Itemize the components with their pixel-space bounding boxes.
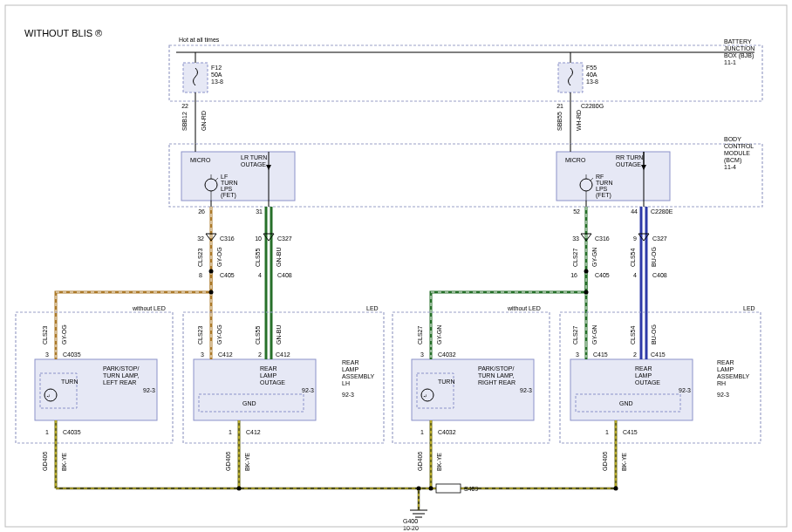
svg-text:G400: G400	[403, 518, 418, 524]
svg-text:92-3: 92-3	[717, 392, 729, 398]
svg-text:C415: C415	[623, 429, 638, 435]
svg-text:C316: C316	[220, 235, 235, 242]
svg-text:2: 2	[258, 351, 262, 358]
svg-text:F12: F12	[211, 65, 222, 71]
pin-31: 31	[256, 208, 263, 215]
wiring-diagram: WITHOUT BLIS ® Hot at all times BATTERY …	[0, 0, 792, 532]
svg-text:C412: C412	[246, 429, 261, 435]
svg-text:C327: C327	[652, 235, 667, 242]
svg-text:S409: S409	[464, 486, 478, 492]
svg-point-20	[209, 290, 214, 295]
svg-text:without LED: without LED	[132, 305, 166, 311]
pin-22: 22	[181, 103, 188, 109]
svg-text:33: 33	[572, 235, 579, 242]
bcm-title1: BODY	[724, 136, 741, 142]
svg-text:GD406: GD406	[602, 452, 608, 471]
ground-bus: S409 G400 10-20	[56, 484, 618, 531]
svg-text:CLS23: CLS23	[197, 248, 203, 267]
conn-c2280g: C2280G	[581, 103, 604, 109]
svg-text:TURN: TURN	[438, 379, 454, 385]
fuse-f12: F12 50A 13-8	[183, 52, 223, 101]
svg-text:CLS27: CLS27	[572, 248, 578, 267]
svg-text:BU-OG: BU-OG	[651, 324, 657, 344]
svg-text:16: 16	[570, 272, 577, 278]
svg-text:C412: C412	[276, 351, 290, 358]
svg-text:BK-YE: BK-YE	[244, 453, 250, 471]
wire-sbb55-color: WH-RD	[576, 110, 582, 131]
svg-text:CLS54: CLS54	[630, 248, 636, 267]
svg-text:11-4: 11-4	[724, 164, 736, 170]
svg-text:32: 32	[197, 235, 204, 242]
lr-turn-outage: LR TURNOUTAGE	[241, 154, 267, 167]
pin-26: 26	[198, 208, 205, 215]
svg-text:GN-BU: GN-BU	[276, 247, 282, 267]
svg-text:40A: 40A	[586, 72, 597, 78]
svg-text:GY-OG: GY-OG	[216, 247, 222, 267]
svg-rect-4	[558, 63, 583, 92]
svg-text:3: 3	[420, 351, 424, 358]
svg-text:C408: C408	[652, 272, 667, 278]
diagram-title: WITHOUT BLIS ®	[24, 28, 102, 38]
svg-text:4: 4	[633, 272, 637, 278]
svg-text:C316: C316	[595, 235, 610, 242]
svg-rect-118	[436, 484, 461, 493]
svg-text:C4035: C4035	[63, 429, 81, 435]
svg-text:2: 2	[633, 351, 637, 358]
svg-text:PARK/STOP/TURN LAMP,RIGHT REAR: PARK/STOP/TURN LAMP,RIGHT REAR	[478, 365, 515, 385]
svg-text:C327: C327	[277, 235, 292, 242]
conn-c2280e: C2280E	[651, 208, 673, 215]
bjb-ref: 11-1	[724, 59, 736, 65]
wire-sbb12: SBB12	[181, 112, 188, 131]
svg-text:13-8: 13-8	[211, 78, 223, 85]
svg-text:RR TURNOUTAGE: RR TURNOUTAGE	[616, 154, 643, 167]
bjb-title2: JUNCTION	[724, 45, 754, 51]
svg-text:CLS23: CLS23	[197, 325, 203, 344]
svg-text:C405: C405	[595, 272, 610, 278]
wire-sbb12-color: GN-RD	[201, 111, 207, 131]
svg-text:GY-GN: GY-GN	[591, 325, 597, 344]
svg-text:GY-OG: GY-OG	[61, 324, 67, 344]
svg-text:BK-YE: BK-YE	[621, 453, 627, 471]
wire-cls27-main	[431, 207, 589, 344]
svg-text:CLS54: CLS54	[630, 325, 636, 344]
wire-cls55	[266, 207, 271, 344]
svg-text:CLS55: CLS55	[255, 325, 261, 344]
svg-text:C4032: C4032	[438, 351, 456, 358]
svg-point-34	[584, 290, 589, 295]
svg-text:BK-YE: BK-YE	[61, 453, 67, 471]
svg-text:GY-GN: GY-GN	[436, 325, 442, 344]
svg-text:(BCM): (BCM)	[724, 157, 741, 164]
svg-text:50A: 50A	[211, 72, 222, 78]
svg-text:3: 3	[45, 351, 49, 358]
svg-text:without LED: without LED	[507, 305, 541, 311]
svg-text:REARLAMPASSEMBLYLH: REARLAMPASSEMBLYLH	[342, 359, 375, 386]
svg-text:GY-OG: GY-OG	[216, 324, 222, 344]
svg-text:⤾: ⤾	[46, 393, 51, 399]
svg-text:92-3: 92-3	[143, 387, 155, 393]
svg-point-117	[614, 487, 618, 491]
svg-text:TURN: TURN	[61, 379, 78, 385]
wire-cls23-main	[56, 207, 214, 344]
svg-text:CLS27: CLS27	[417, 325, 423, 344]
bjb-title1: BATTERY	[724, 38, 752, 44]
svg-text:GD406: GD406	[42, 452, 48, 471]
svg-text:C415: C415	[651, 351, 666, 358]
svg-text:BK-YE: BK-YE	[436, 453, 442, 471]
svg-text:3: 3	[201, 351, 204, 358]
svg-text:GY-GN: GY-GN	[591, 248, 597, 267]
svg-text:92-3: 92-3	[679, 387, 691, 393]
wire-cls54	[641, 207, 646, 344]
svg-text:GND: GND	[242, 400, 256, 406]
pin-44: 44	[631, 208, 638, 215]
page-border	[5, 5, 787, 527]
svg-text:4: 4	[258, 272, 262, 278]
svg-text:CLS23: CLS23	[42, 325, 48, 344]
svg-text:8: 8	[199, 272, 202, 278]
svg-text:C4032: C4032	[438, 429, 456, 435]
svg-point-33	[584, 269, 589, 274]
svg-text:1: 1	[420, 429, 424, 435]
pin-21: 21	[556, 103, 563, 109]
svg-text:C415: C415	[593, 351, 608, 358]
svg-text:REARLAMPASSEMBLYRH: REARLAMPASSEMBLYRH	[717, 359, 750, 386]
svg-text:⤾: ⤾	[423, 393, 427, 399]
